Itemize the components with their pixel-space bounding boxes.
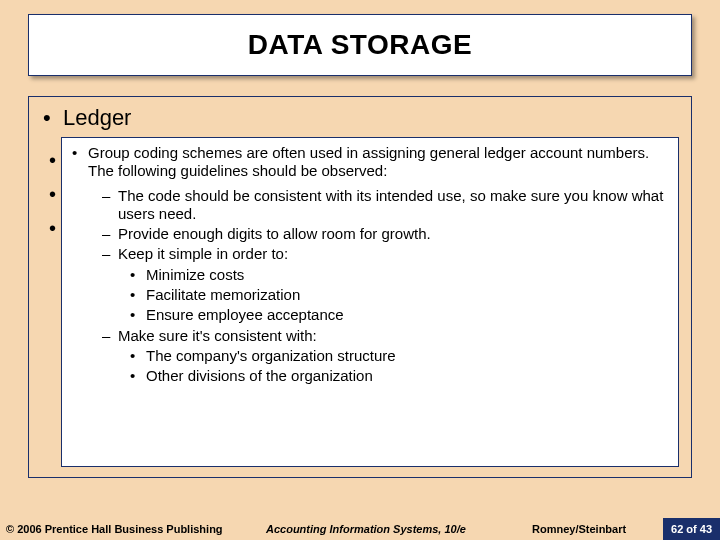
sub-c-iii: • Ensure employee acceptance <box>130 306 666 324</box>
inner-content-box: • Group coding schemes are often used in… <box>61 137 679 467</box>
sub-d-text: Make sure it's consistent with: <box>118 327 317 345</box>
bullet-icon: • <box>130 306 146 324</box>
ledger-label: Ledger <box>63 105 132 130</box>
footer-authors: Romney/Steinbart <box>532 523 652 535</box>
sub-d-ii: • Other divisions of the organization <box>130 367 666 385</box>
sub-d-ii-text: Other divisions of the organization <box>146 367 373 385</box>
sub-c-iii-text: Ensure employee acceptance <box>146 306 344 324</box>
bullet-icon: • <box>130 286 146 304</box>
sub-b-text: Provide enough digits to allow room for … <box>118 225 431 243</box>
sub-c-i-text: Minimize costs <box>146 266 244 284</box>
bullet-icon: • <box>130 367 146 385</box>
footer-book: Accounting Information Systems, 10/e <box>266 523 532 535</box>
sub-d-i: • The company's organization structure <box>130 347 666 365</box>
sub-b: – Provide enough digits to allow room fo… <box>102 225 666 243</box>
bullet-icon: • <box>130 266 146 284</box>
dash-icon: – <box>102 327 118 345</box>
obscured-bullets: • • • <box>49 143 56 245</box>
footer-page: 62 of 43 <box>671 523 712 535</box>
ledger-bullet: • Ledger <box>43 105 677 131</box>
footer-copyright: © 2006 Prentice Hall Business Publishing <box>0 523 266 535</box>
dash-icon: – <box>102 187 118 224</box>
main-point: • Group coding schemes are often used in… <box>72 144 666 181</box>
sub-a: – The code should be consistent with its… <box>102 187 666 224</box>
sub-c-i: • Minimize costs <box>130 266 666 284</box>
main-point-text: Group coding schemes are often used in a… <box>88 144 666 181</box>
sub-d: – Make sure it's consistent with: <box>102 327 666 345</box>
footer-page-box: 62 of 43 <box>663 518 720 540</box>
sub-c-ii: • Facilitate memorization <box>130 286 666 304</box>
outer-content-box: • Ledger • • • • Group coding schemes ar… <box>28 96 692 478</box>
sub-c-ii-text: Facilitate memorization <box>146 286 300 304</box>
dash-icon: – <box>102 245 118 263</box>
bullet-icon: • <box>130 347 146 365</box>
sub-c-text: Keep it simple in order to: <box>118 245 288 263</box>
footer: © 2006 Prentice Hall Business Publishing… <box>0 518 720 540</box>
sub-d-i-text: The company's organization structure <box>146 347 396 365</box>
dash-icon: – <box>102 225 118 243</box>
slide-title: DATA STORAGE <box>248 29 472 61</box>
sub-c: – Keep it simple in order to: <box>102 245 666 263</box>
title-box: DATA STORAGE <box>28 14 692 76</box>
sub-a-text: The code should be consistent with its i… <box>118 187 666 224</box>
bullet-icon: • <box>72 144 88 181</box>
